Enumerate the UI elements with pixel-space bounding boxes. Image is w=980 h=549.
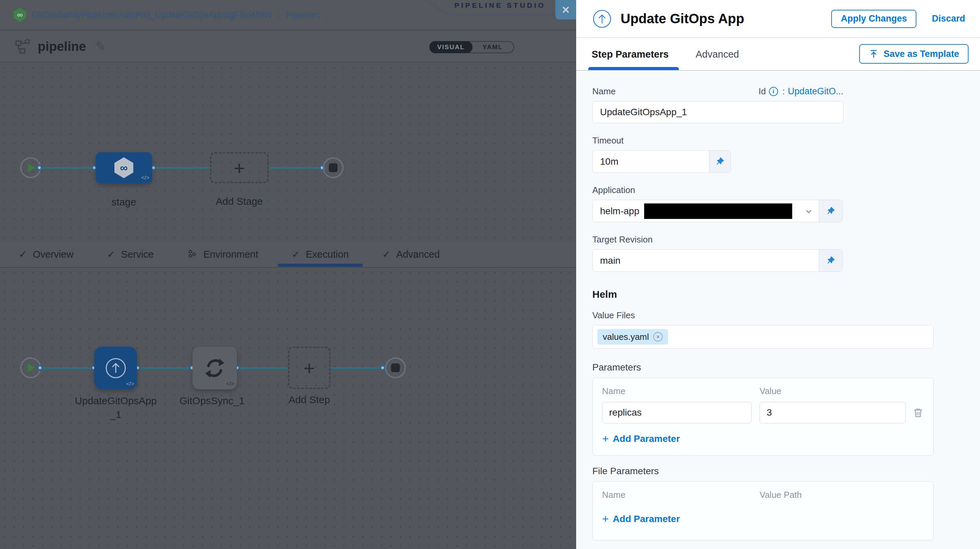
pipeline-graph-icon (15, 39, 30, 54)
file-parameters-header-row: Name Value Path (602, 490, 924, 500)
application-field: helm-app (592, 200, 843, 222)
save-as-template-button[interactable]: Save as Template (859, 44, 969, 64)
application-pin-toggle[interactable] (819, 200, 842, 222)
add-file-parameter-button[interactable]: + Add Parameter (602, 512, 924, 525)
connector-line (237, 367, 288, 369)
tab-label: Execution (306, 249, 348, 260)
add-parameter-label: Add Parameter (613, 434, 680, 444)
tab-service[interactable]: ✓ Service (107, 249, 153, 260)
pipeline-title: pipeline (38, 40, 86, 54)
stage-config-tabs: ✓ Overview ✓ Service Environment ✓ Execu… (0, 241, 576, 268)
id-colon: : (783, 86, 785, 97)
target-revision-pin-toggle[interactable] (819, 250, 842, 271)
step-config-panel: Update GitOps App Apply Changes Discard … (576, 0, 980, 549)
studio-badge-label: PIPELINE STUDIO (425, 2, 575, 10)
pin-icon (716, 157, 725, 166)
connector-line (152, 167, 210, 169)
timeout-input[interactable] (593, 156, 709, 167)
file-parameters-label: File Parameters (592, 466, 980, 477)
play-icon (28, 364, 35, 372)
timeout-field (592, 150, 731, 173)
delete-parameter-button[interactable] (912, 407, 924, 419)
pipeline-end-node[interactable] (323, 157, 344, 178)
tab-execution[interactable]: ✓ Execution (292, 249, 348, 260)
visual-yaml-toggle: VISUAL YAML (430, 41, 514, 53)
add-step-label: Add Step (275, 393, 343, 407)
parameters-label: Parameters (592, 362, 980, 373)
execution-canvas: </> </> + UpdateGitOpsApp_1 GitOpsSync_1… (0, 268, 576, 549)
edit-pencil-icon[interactable]: ✎ (95, 40, 106, 54)
file-parameters-card: Name Value Path + Add Parameter (592, 481, 934, 541)
toggle-visual[interactable]: VISUAL (430, 41, 473, 53)
target-revision-field (592, 249, 843, 272)
helm-section-heading: Helm (592, 289, 980, 300)
check-icon: ✓ (19, 249, 27, 260)
upload-template-icon (869, 49, 879, 59)
close-icon: ✕ (562, 4, 570, 16)
add-parameter-button[interactable]: + Add Parameter (602, 432, 924, 445)
tab-label: Environment (204, 249, 258, 260)
add-file-parameter-label: Add Parameter (613, 514, 680, 524)
plus-icon: + (602, 432, 609, 445)
remove-chip-icon[interactable]: ✕ (653, 332, 663, 342)
value-file-chip-label: values.yaml (603, 332, 649, 342)
apply-changes-button[interactable]: Apply Changes (831, 10, 916, 28)
check-icon: ✓ (382, 249, 390, 260)
timeout-pin-toggle[interactable] (709, 150, 730, 172)
value-files-input[interactable]: values.yaml ✕ (592, 325, 934, 349)
parameter-name-input[interactable] (602, 402, 751, 423)
close-panel-button[interactable]: ✕ (555, 0, 576, 19)
name-id-row: Name Id i : UpdateGitO... (592, 86, 843, 97)
connector-line (137, 367, 192, 369)
tab-advanced-panel[interactable]: Advanced (695, 39, 739, 70)
connector-line (269, 167, 323, 169)
update-gitops-app-step-label: UpdateGitOpsApp_1 (74, 394, 158, 421)
toggle-yaml[interactable]: YAML (472, 42, 514, 53)
target-revision-input[interactable] (593, 255, 819, 266)
value-files-label: Value Files (592, 310, 980, 321)
tab-overview[interactable]: ✓ Overview (19, 249, 73, 260)
step-panel-tabs: Step Parameters Advanced Save as Templat… (576, 39, 980, 71)
target-revision-input-wrap (593, 250, 819, 271)
value-file-chip: values.yaml ✕ (597, 329, 668, 345)
connector-dot (37, 165, 42, 171)
yaml-code-icon: </> (126, 381, 134, 387)
connector-line (41, 167, 95, 169)
add-step-button[interactable]: + (288, 346, 331, 389)
discard-button[interactable]: Discard (932, 13, 965, 24)
breadcrumb: ∞ GitOpsSanityPipeLinesAutoProj_UpdateGi… (13, 8, 328, 22)
application-label: Application (592, 185, 980, 195)
pipeline-studio-background: ∞ GitOpsSanityPipeLinesAutoProj_UpdateGi… (0, 0, 576, 549)
breadcrumb-pipelines-link[interactable]: Pipelines (286, 10, 320, 20)
trash-icon (912, 407, 924, 419)
project-icon: ∞ (13, 8, 26, 22)
update-gitops-app-step-icon (592, 9, 612, 29)
add-stage-button[interactable]: + (210, 152, 269, 183)
circle-up-arrow-icon (105, 357, 127, 379)
chevron-right-icon: › (277, 10, 280, 20)
info-icon[interactable]: i (769, 87, 778, 96)
tab-label: Advanced (396, 249, 440, 260)
breadcrumb-project-link[interactable]: GitOpsSanityPipeLinesAutoProj_UpdateGitO… (32, 10, 272, 20)
param-col-name: Name (602, 386, 760, 396)
id-value-link[interactable]: UpdateGitO... (788, 86, 843, 97)
tab-environment[interactable]: Environment (188, 249, 258, 260)
plus-icon: + (602, 512, 609, 525)
name-input[interactable] (592, 101, 843, 123)
yaml-code-icon: </> (226, 381, 234, 387)
step-panel-title: Update GitOps App (620, 11, 831, 26)
stage-node[interactable]: ∞ </> (95, 152, 152, 183)
pipeline-studio-badge: PIPELINE STUDIO (425, 0, 575, 16)
tab-advanced[interactable]: ✓ Advanced (382, 249, 439, 260)
parameter-value-input[interactable] (760, 402, 905, 423)
tab-step-parameters[interactable]: Step Parameters (592, 39, 669, 70)
application-value: helm-app (593, 206, 640, 217)
execution-end-node[interactable] (385, 357, 406, 378)
gitops-sync-step-node[interactable]: </> (192, 346, 237, 389)
stage-node-label: stage (90, 195, 158, 209)
update-gitops-app-step-node[interactable]: </> (94, 346, 137, 389)
step-panel-header: Update GitOps App Apply Changes Discard (576, 0, 980, 38)
chevron-down-icon[interactable] (804, 206, 813, 216)
name-label: Name (592, 86, 616, 97)
application-select[interactable]: helm-app (593, 200, 819, 222)
